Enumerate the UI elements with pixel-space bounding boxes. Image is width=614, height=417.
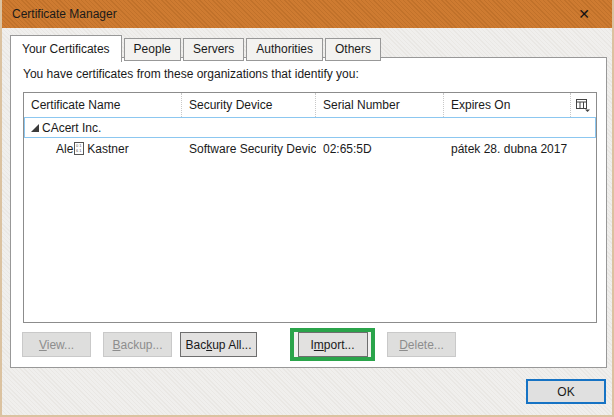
tab-others[interactable]: Others	[325, 38, 381, 61]
tab-people[interactable]: People	[124, 38, 181, 61]
close-icon[interactable]: ✕	[568, 0, 600, 28]
expires-on-cell: pátek 28. dubna 2017	[444, 138, 571, 159]
tab-servers[interactable]: Servers	[183, 38, 244, 61]
column-header-certificate-name[interactable]: Certificate Name	[24, 93, 182, 117]
security-device-cell: Software Security Device	[182, 138, 316, 159]
view-button[interactable]: View...	[22, 332, 91, 357]
ok-button[interactable]: OK	[526, 379, 606, 404]
column-header-expires-on[interactable]: Expires On	[444, 93, 571, 117]
backup-all-button[interactable]: Backup All...	[180, 332, 257, 357]
column-header-security-device[interactable]: Security Device	[182, 93, 316, 117]
serial-number-cell: 02:65:5D	[316, 138, 444, 159]
column-header-serial-number[interactable]: Serial Number	[316, 93, 444, 117]
column-picker-button[interactable]	[571, 93, 596, 117]
delete-button[interactable]: Delete...	[387, 332, 456, 357]
group-name: CAcert Inc.	[42, 121, 101, 135]
cert-name-cell: Ale0161Kastner	[24, 138, 182, 159]
column-picker-icon	[576, 99, 591, 112]
tab-your-certificates[interactable]: Your Certificates	[10, 35, 122, 62]
tree-row-certificate[interactable]: Ale0161Kastner Software Security Device …	[24, 138, 596, 159]
missing-glyph-box: 0161	[74, 142, 84, 155]
tree-header: Certificate Name Security Device Serial …	[24, 93, 596, 117]
cert-name-part1: Ale	[56, 142, 73, 156]
instruction-text: You have certificates from these organiz…	[23, 67, 359, 81]
import-highlight-box: Import...	[290, 328, 375, 361]
import-button[interactable]: Import...	[298, 332, 368, 357]
tree-expander-icon[interactable]	[31, 121, 39, 135]
titlebar: Certificate Manager ✕	[2, 0, 612, 28]
tree-row-cacert-group[interactable]: CAcert Inc.	[24, 117, 596, 138]
tab-bar: Your Certificates People Servers Authori…	[10, 35, 383, 61]
tab-panel: You have certificates from these organiz…	[10, 57, 607, 368]
cert-name-part2: Kastner	[87, 142, 128, 156]
tab-authorities[interactable]: Authorities	[246, 38, 323, 61]
window-title: Certificate Manager	[12, 7, 117, 21]
backup-button[interactable]: Backup...	[103, 332, 172, 357]
certificates-tree: Certificate Name Security Device Serial …	[23, 92, 597, 323]
certificate-manager-dialog: Certificate Manager ✕ Your Certificates …	[0, 0, 614, 417]
